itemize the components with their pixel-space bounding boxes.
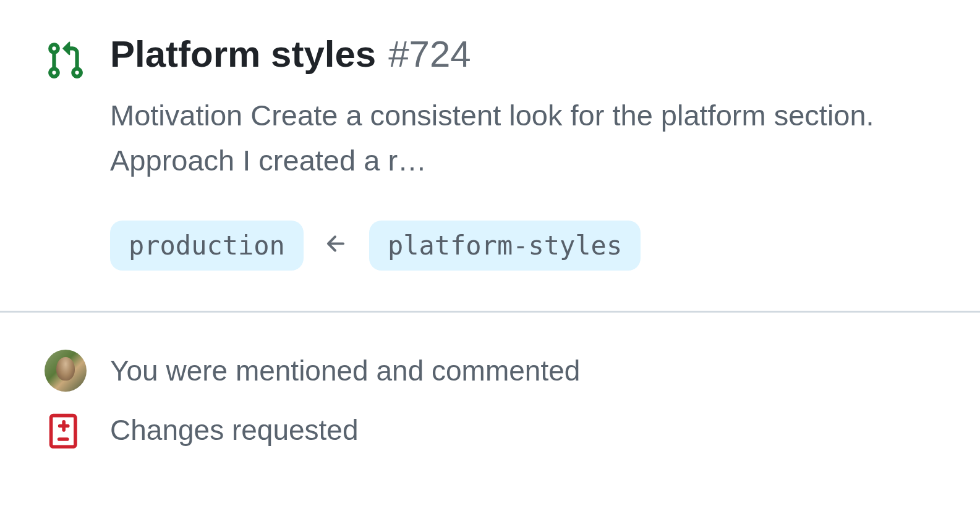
pr-number: #724 (388, 34, 471, 75)
pr-content: Platform styles #724 Motivation Create a… (110, 34, 931, 311)
mention-text: You were mentioned and commented (110, 354, 580, 387)
arrow-left-icon (323, 231, 349, 259)
pr-summary-card[interactable]: Platform styles #724 Motivation Create a… (0, 0, 980, 448)
pr-meta-section: You were mentioned and commented Changes… (45, 350, 931, 448)
head-branch-label[interactable]: platform-styles (369, 221, 641, 271)
review-status-text: Changes requested (110, 413, 359, 447)
pr-title: Platform styles (110, 34, 376, 75)
pr-header: Platform styles #724 Motivation Create a… (45, 34, 931, 311)
base-branch-label[interactable]: production (110, 221, 304, 271)
divider (0, 311, 980, 313)
user-avatar[interactable] (45, 350, 87, 392)
review-status-row: Changes requested (45, 411, 931, 448)
pr-description: Motivation Create a consistent look for … (110, 93, 926, 183)
file-diff-icon (45, 411, 87, 448)
pull-request-open-icon (45, 40, 85, 83)
pr-title-row: Platform styles #724 (110, 34, 931, 75)
branch-comparison: production platform-styles (110, 221, 931, 271)
mention-row: You were mentioned and commented (45, 350, 931, 392)
